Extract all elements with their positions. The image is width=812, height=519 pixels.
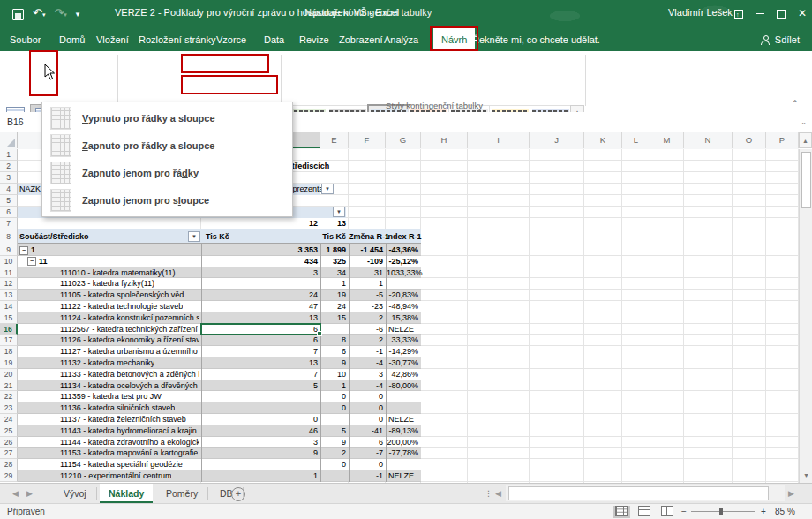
soucast-filter-icon[interactable]: ▼ (188, 231, 200, 242)
filter-funnel-icon[interactable]: ▼ (321, 184, 334, 194)
formula-bar-expand-icon[interactable]: ⌄ (801, 118, 807, 126)
minimize-icon[interactable] (750, 5, 770, 21)
column-header-f[interactable]: F (349, 132, 386, 148)
menu-item-zapnuto-pro-dky-a-sloupce[interactable]: Zapnuto pro řádky a sloupce (43, 132, 289, 159)
row-header-16[interactable]: 16 (0, 324, 18, 335)
column-header-g[interactable]: G (386, 132, 421, 148)
collapse-ribbon-icon[interactable]: ⌃ (792, 99, 799, 108)
row-header-2[interactable]: 2 (0, 161, 18, 172)
row-header-19[interactable]: 19 (0, 357, 18, 369)
tab-revize[interactable]: Revize (291, 28, 337, 51)
scroll-up-icon[interactable]: ▲ (799, 132, 812, 148)
page-layout-view-icon[interactable] (635, 506, 653, 518)
zoom-out-icon[interactable]: − (681, 507, 687, 516)
row-header-15[interactable]: 15 (0, 312, 18, 324)
close-icon[interactable]: ✕ (793, 5, 812, 21)
column-header-e[interactable]: E (320, 132, 349, 148)
hscroll-left-icon[interactable]: ◀ (495, 484, 501, 503)
zoom-in-icon[interactable]: + (761, 507, 766, 516)
sheet-tab-v-voj[interactable]: Vývoj (55, 484, 95, 503)
row-header-11[interactable]: 11 (0, 267, 18, 279)
row-header-8[interactable]: 8 (0, 229, 18, 244)
row-header-10[interactable]: 10 (0, 256, 18, 267)
ribbon-display-options-icon[interactable]: ↑ (729, 5, 748, 21)
row-header-28[interactable]: 28 (0, 459, 18, 470)
year-13: 13 (320, 218, 346, 229)
tab-data[interactable]: Data (256, 28, 292, 51)
ribbon-tab-row: Řekněte mi, co chcete udělat. Sdílet Sou… (0, 28, 812, 51)
vertical-scrollbar[interactable]: ▼ (799, 149, 812, 483)
row-header-18[interactable]: 18 (0, 346, 18, 357)
row-header-27[interactable]: 27 (0, 448, 18, 459)
collapse-icon[interactable]: − (27, 257, 36, 266)
save-icon[interactable] (12, 9, 24, 20)
sheet-nav-right-icon[interactable]: ▶ (26, 484, 33, 503)
column-header-o[interactable]: O (733, 132, 766, 148)
column-header-n[interactable]: N (684, 132, 733, 148)
rok-dropdown-icon[interactable]: ▼ (333, 207, 345, 217)
tab-n-vrh[interactable]: Návrh (433, 28, 475, 51)
column-header-j[interactable]: J (530, 132, 584, 148)
collapse-icon[interactable]: − (19, 246, 28, 255)
column-header-m[interactable]: M (650, 132, 684, 148)
share-button[interactable]: Sdílet (754, 28, 807, 51)
menu-item-vypnuto-pro-dky-a-sloupce[interactable]: Vypnuto pro řádky a sloupce (43, 104, 289, 132)
column-header-l[interactable]: L (622, 132, 650, 148)
maximize-icon[interactable] (771, 5, 791, 21)
row-header-1[interactable]: 1 (0, 149, 18, 161)
menu-item-zapnuto-jenom-pro-sloupce[interactable]: Zapnuto jenom pro sloupce (43, 186, 289, 214)
row-header-9[interactable]: 9 (0, 244, 18, 256)
tab-anal-za[interactable]: Analýza (376, 28, 426, 51)
row-header-26[interactable]: 26 (0, 437, 18, 448)
cell-value: -4 (350, 380, 383, 392)
new-sheet-icon[interactable]: + (231, 487, 245, 501)
undo-icon[interactable]: ↶▾ (33, 4, 45, 24)
tab-soubor[interactable]: Soubor (2, 28, 49, 51)
row-header-29[interactable]: 29 (0, 470, 18, 482)
row-header-17[interactable]: 17 (0, 335, 18, 346)
row-header-24[interactable]: 24 (0, 414, 18, 425)
row-header-14[interactable]: 14 (0, 301, 18, 312)
row-header-5[interactable]: 5 (0, 195, 18, 207)
horizontal-scrollbar-thumb[interactable] (508, 486, 769, 500)
column-header-k[interactable]: K (584, 132, 622, 148)
cell-value: -6 (350, 324, 383, 335)
row-header-22[interactable]: 22 (0, 391, 18, 402)
sheet-tab-pom-ry[interactable]: Poměry (157, 484, 207, 503)
row-header-23[interactable]: 23 (0, 402, 18, 414)
row-header-20[interactable]: 20 (0, 369, 18, 380)
row-header-7[interactable]: 7 (0, 218, 18, 229)
tab-vzorce[interactable]: Vzorce (208, 28, 254, 51)
zoom-slider-thumb[interactable] (719, 508, 723, 515)
zoom-slider-track[interactable] (691, 511, 755, 512)
row-header-21[interactable]: 21 (0, 380, 18, 392)
column-header-i[interactable]: I (468, 132, 530, 148)
sheet-tab-n-klady[interactable]: Náklady (100, 484, 153, 503)
menu-item-zapnuto-jenom-pro-dky[interactable]: Zapnuto jenom pro řádky (43, 159, 289, 186)
row-header-6[interactable]: 6 (0, 207, 18, 218)
normal-view-icon[interactable] (613, 506, 630, 518)
scroll-down-icon[interactable]: ▼ (800, 469, 812, 482)
cell-value: 2 (321, 448, 346, 459)
select-all-corner[interactable] (0, 132, 18, 148)
vertical-scrollbar-thumb[interactable] (801, 152, 811, 208)
customize-qat-icon[interactable]: ▾ (76, 5, 80, 23)
tab-splitter-handle[interactable]: ⋮ (485, 484, 492, 503)
row-header-12[interactable]: 12 (0, 278, 18, 290)
tell-me-box[interactable]: Řekněte mi, co chcete udělat. (457, 28, 600, 51)
page-break-view-icon[interactable] (658, 506, 676, 518)
column-header-h[interactable]: H (421, 132, 468, 148)
tab-dom[interactable]: Domů (51, 28, 93, 51)
tab-vlo-en[interactable]: Vložení (88, 28, 137, 51)
row-header-25[interactable]: 25 (0, 425, 18, 437)
redo-icon[interactable]: ↷▾ (54, 4, 66, 24)
horizontal-scrollbar[interactable] (506, 485, 785, 501)
column-header-p[interactable]: P (766, 132, 799, 148)
row-label: 111359 - katedra test pro JW (60, 391, 162, 402)
row-header-13[interactable]: 13 (0, 290, 18, 301)
hscroll-right-icon[interactable]: ▶ (788, 484, 794, 503)
row-header-3[interactable]: 3 (0, 172, 18, 184)
contextual-tools-title: Nástroje kontingenční tabulky (304, 7, 432, 18)
row-header-4[interactable]: 4 (0, 184, 18, 195)
sheet-nav-left-icon[interactable]: ◀ (12, 484, 19, 503)
